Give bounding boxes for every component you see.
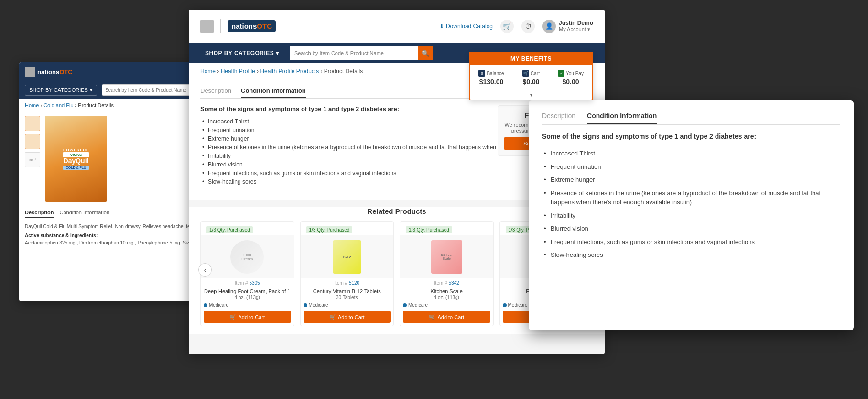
window2-medicare-dot-3	[403, 303, 407, 307]
list-item: Frequent urination	[542, 160, 840, 174]
window2-logo-brand: nationsOTC	[228, 20, 276, 32]
window2-user-avatar: 👤	[542, 20, 556, 33]
window2-item-num-1: Item # 5305	[201, 278, 294, 288]
window1-background: nationsOTC SHOP BY CATEGORIES ▾ Home › C…	[19, 62, 210, 301]
window2-user-icon: 👤	[545, 22, 553, 30]
window2-product-name-1: Deep-Healing Foot Cream, Pack of 1	[201, 288, 294, 295]
window2-search-input[interactable]	[290, 46, 418, 60]
window2-breadcrumb-home[interactable]: Home	[200, 68, 216, 75]
window2-breadcrumb-hp-products[interactable]: Health Profile Products	[260, 68, 319, 75]
window2-timer-icon: ⏱	[525, 22, 532, 30]
window1-breadcrumb-home[interactable]: Home	[25, 102, 39, 108]
window2-cart-icon: 🛒	[503, 22, 511, 30]
window2-youpay-value: $0.00	[555, 78, 586, 86]
window3-tabs: Description Condition Information	[542, 112, 840, 125]
window2-chevron-down-icon: ▾	[276, 50, 279, 56]
window2-add-cart-btn-2[interactable]: 🛒 Add to Cart	[304, 311, 391, 323]
window2-timer-button[interactable]: ⏱	[521, 20, 535, 33]
window2-balance-icon: $	[478, 70, 485, 77]
window2-header-right: ⬇ Download Catalog 🛒 ⏱ 👤 Justin Demo My …	[439, 20, 593, 33]
window2-benefits-row: $ Balance $130.00 🛒 Cart $0.00 ✓ You Pay	[470, 65, 592, 90]
window2-logo-nations: nations	[231, 22, 257, 30]
window1-active-label: Active substance & ingredients:	[25, 232, 205, 239]
window1-thumbnails: 360°	[25, 116, 40, 202]
window2-product-name-2: Century Vitamin B-12 Tablets	[301, 288, 394, 295]
window2-product-img-1: FootCream	[201, 235, 294, 278]
window1-breadcrumb: Home › Cold and Flu › Product Details	[19, 99, 210, 112]
window2-product-card-2: 1/3 Qty. Purchased B-12 Item # 5120 Cent…	[300, 221, 394, 326]
window2-breadcrumb-health-profile[interactable]: Health Profile	[221, 68, 255, 75]
window1-thumb-1[interactable]	[25, 116, 40, 131]
window2-download-icon: ⬇	[439, 23, 444, 30]
window1-desc-text: DayQuil Cold & Flu Multi-Symptom Relief.…	[25, 224, 199, 229]
window2-breadcrumb-current: Product Details	[324, 68, 363, 75]
window2-product-size-3: 4 oz. (113g)	[400, 295, 493, 301]
window2-cart-item: 🛒 Cart $0.00	[515, 70, 547, 86]
window1-thumb-2[interactable]	[25, 134, 40, 149]
window2-user-details: Justin Demo My Account ▾	[559, 20, 593, 33]
window2-cart-value: $0.00	[515, 78, 547, 86]
window2-logo-otc: OTC	[257, 22, 272, 30]
window2-my-account[interactable]: My Account ▾	[559, 26, 593, 33]
window1-nav-top: nationsOTC	[19, 62, 210, 81]
window2-balance-item: $ Balance $130.00	[476, 70, 507, 86]
window1-product-image: POWERFUL VICKS DayQuil COLD & FLU	[45, 116, 107, 202]
window2-medicare-2: Medicare	[301, 301, 394, 309]
window1-shop-btn-label: SHOP BY CATEGORIES	[29, 87, 88, 93]
window1-tab-description[interactable]: Description	[25, 210, 54, 218]
window2-tab-description[interactable]: Description	[200, 87, 231, 98]
window2-product-img-2: B-12	[301, 235, 394, 278]
window2-qty-badge-2: 1/3 Qty. Purchased	[306, 226, 353, 233]
window2-youpay-label: ✓ You Pay	[555, 70, 586, 77]
window2-prev-arrow[interactable]: ‹	[198, 263, 212, 277]
window2-shop-categories-button[interactable]: SHOP BY CATEGORIES ▾	[200, 47, 284, 59]
window1-breadcrumb-cold-flu[interactable]: Cold and Flu	[43, 102, 73, 108]
window2-search-button[interactable]: 🔍	[418, 46, 433, 60]
window2-product-card-3: 1/3 Qty. Purchased KitchenScale Item # 5…	[400, 221, 494, 326]
window2-medicare-3: Medicare	[400, 301, 493, 309]
window2-medicare-dot-1	[204, 303, 207, 307]
window2-medicare-1: Medicare	[201, 301, 294, 309]
window1-description-content: DayQuil Cold & Flu Multi-Symptom Relief.…	[19, 220, 210, 249]
window2-download-label: Download Catalog	[446, 23, 493, 30]
window2-dropdown-arrow[interactable]: ▾	[470, 90, 592, 100]
list-item: Increased Thirst	[542, 147, 840, 160]
window2-search-wrap: 🔍	[290, 46, 433, 60]
window2-add-cart-btn-1[interactable]: 🛒 Add to Cart	[204, 311, 291, 323]
list-item: Irritability	[542, 209, 840, 222]
list-item: Extreme hunger	[542, 173, 840, 187]
window1-tabs: Description Condition Information	[19, 206, 210, 220]
window2-item-num-2: Item # 5120	[301, 278, 394, 288]
window2-add-cart-btn-3[interactable]: 🛒 Add to Cart	[403, 311, 490, 323]
window1-ingredients: Acetaminophen 325 mg., Dextromethorphan …	[25, 240, 196, 245]
window1-product-area: 360° POWERFUL VICKS DayQuil COLD & FLU	[19, 112, 210, 206]
window1-logo: nationsOTC	[25, 66, 73, 77]
window2-youpay-item: ✓ You Pay $0.00	[555, 70, 586, 86]
window3-closeup: Description Condition Information Some o…	[529, 100, 854, 330]
window2-product-card-1: 1/3 Qty. Purchased FootCream Item # 5305…	[200, 221, 294, 326]
window2-download-catalog-link[interactable]: ⬇ Download Catalog	[439, 23, 493, 30]
window2-header: nationsOTC ⬇ Download Catalog 🛒 ⏱ 👤 Just…	[189, 10, 605, 43]
window3-tab-condition[interactable]: Condition Information	[587, 112, 657, 124]
window2-cart-benefit-icon: 🛒	[522, 70, 529, 77]
window3-tab-description[interactable]: Description	[542, 112, 575, 124]
window2-cart-button[interactable]: 🛒	[500, 20, 514, 33]
window2-product-name-3: Kitchen Scale	[400, 288, 493, 295]
list-item: Frequent infections, such as gums or ski…	[542, 235, 840, 249]
window1-shop-categories-button[interactable]: SHOP BY CATEGORIES ▾	[25, 85, 97, 96]
window1-logo-icon	[25, 66, 35, 77]
window2-benefits-divider2	[551, 72, 551, 84]
window2-cart-icon-3: 🛒	[429, 314, 435, 320]
window2-logo-square	[200, 20, 214, 33]
window1-tab-condition[interactable]: Condition Information	[60, 210, 110, 218]
list-item: Blurred vision	[542, 222, 840, 235]
window1-nav-bar: SHOP BY CATEGORIES ▾	[19, 81, 210, 99]
window2-cart-icon-2: 🛒	[329, 314, 336, 320]
window2-product-size-2: 30 Tablets	[301, 295, 394, 301]
window2-item-num-3: Item # 5342	[400, 278, 493, 288]
window1-logo-text: nationsOTC	[37, 68, 73, 76]
window1-thumb-360[interactable]: 360°	[25, 152, 40, 167]
window2-medicare-dot-2	[304, 303, 307, 307]
window2-tab-condition[interactable]: Condition Information	[241, 87, 306, 98]
window1-chevron-icon: ▾	[90, 87, 93, 93]
